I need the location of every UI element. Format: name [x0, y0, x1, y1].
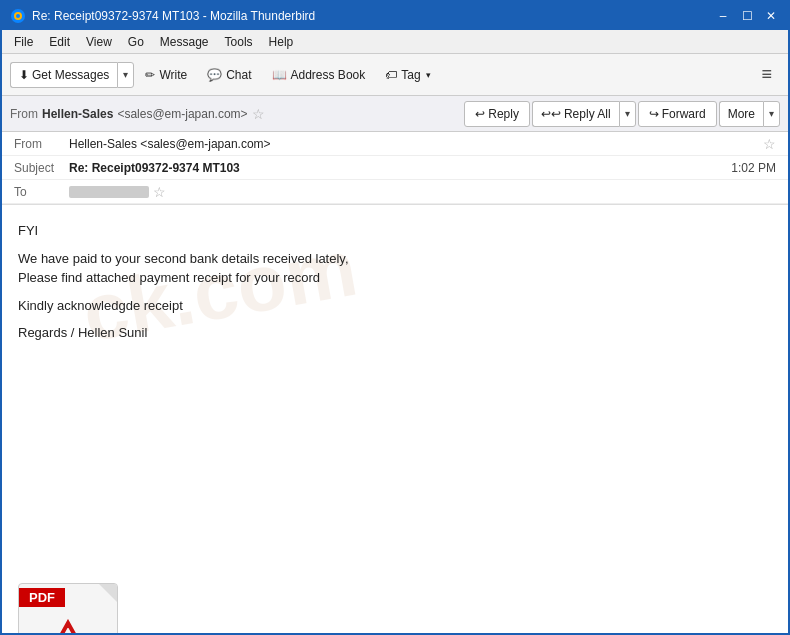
address-book-button[interactable]: 📖 Address Book — [263, 59, 375, 91]
chat-icon: 💬 — [207, 68, 222, 82]
window-controls: – ☐ ✕ — [714, 7, 780, 25]
action-bar: From Hellen-Sales <sales@em-japan.com> ☆… — [2, 96, 788, 132]
acrobat-logo-svg: R — [43, 619, 93, 635]
reply-all-button[interactable]: ↩↩ Reply All — [532, 101, 619, 127]
tag-button[interactable]: 🏷 Tag ▾ — [376, 59, 439, 91]
svg-point-2 — [16, 14, 20, 18]
tag-dropdown-icon: ▾ — [426, 70, 431, 80]
reply-all-icon: ↩↩ — [541, 107, 561, 121]
get-messages-button[interactable]: ⬇ Get Messages — [10, 62, 117, 88]
action-bar-buttons: ↩ Reply ↩↩ Reply All ▾ ↪ Forward More ▾ — [464, 101, 780, 127]
star-icon[interactable]: ☆ — [252, 106, 265, 122]
to-row: To ☆ — [2, 180, 788, 204]
tag-icon: 🏷 — [385, 68, 397, 82]
title-bar: Re: Receipt09372-9374 MT103 - Mozilla Th… — [2, 2, 788, 30]
email-time: 1:02 PM — [731, 161, 776, 175]
reply-all-group: ↩↩ Reply All ▾ — [532, 101, 636, 127]
close-button[interactable]: ✕ — [762, 7, 780, 25]
pdf-document-bg: PDF R Adobe — [18, 583, 118, 635]
body-line-1: FYI — [18, 221, 772, 241]
get-messages-dropdown[interactable]: ▾ — [117, 62, 134, 88]
to-label: To — [14, 185, 69, 199]
email-content: FYI We have paid to your second bank det… — [18, 221, 772, 343]
menu-help[interactable]: Help — [261, 33, 302, 51]
menu-message[interactable]: Message — [152, 33, 217, 51]
menu-file[interactable]: File — [6, 33, 41, 51]
email-headers: From Hellen-Sales <sales@em-japan.com> ☆… — [2, 132, 788, 205]
more-group: More ▾ — [719, 101, 780, 127]
get-messages-group: ⬇ Get Messages ▾ — [10, 62, 134, 88]
toolbar-right: ≡ — [753, 60, 780, 89]
from-row: From Hellen-Sales <sales@em-japan.com> ☆ — [2, 132, 788, 156]
menu-edit[interactable]: Edit — [41, 33, 78, 51]
menu-view[interactable]: View — [78, 33, 120, 51]
from-label: From — [14, 137, 69, 151]
write-icon: ✏ — [145, 68, 155, 82]
reply-all-dropdown[interactable]: ▾ — [619, 101, 636, 127]
app-icon — [10, 8, 26, 24]
reply-button[interactable]: ↩ Reply — [464, 101, 530, 127]
menu-bar: File Edit View Go Message Tools Help — [2, 30, 788, 54]
more-button[interactable]: More — [719, 101, 763, 127]
body-line-3: Kindly acknowledgde receipt — [18, 296, 772, 316]
minimize-button[interactable]: – — [714, 7, 732, 25]
email-body: ck.com FYI We have paid to your second b… — [2, 205, 788, 565]
subject-value: Re: Receipt09372-9374 MT103 — [69, 161, 731, 175]
menu-go[interactable]: Go — [120, 33, 152, 51]
action-bar-from: From Hellen-Sales <sales@em-japan.com> ☆ — [10, 106, 464, 122]
to-star-icon[interactable]: ☆ — [153, 184, 166, 200]
subject-label: Subject — [14, 161, 69, 175]
pdf-badge: PDF — [19, 588, 65, 607]
forward-button[interactable]: ↪ Forward — [638, 101, 717, 127]
maximize-button[interactable]: ☐ — [738, 7, 756, 25]
body-line-2: We have paid to your second bank details… — [18, 249, 772, 288]
more-dropdown[interactable]: ▾ — [763, 101, 780, 127]
address-book-icon: 📖 — [272, 68, 287, 82]
menu-tools[interactable]: Tools — [217, 33, 261, 51]
subject-row: Subject Re: Receipt09372-9374 MT103 1:02… — [2, 156, 788, 180]
toolbar: ⬇ Get Messages ▾ ✏ Write 💬 Chat 📖 Addres… — [2, 54, 788, 96]
forward-icon: ↪ — [649, 107, 659, 121]
get-messages-icon: ⬇ — [19, 68, 29, 82]
from-star-icon[interactable]: ☆ — [763, 136, 776, 152]
body-line-4: Regards / Hellen Sunil — [18, 323, 772, 343]
chat-button[interactable]: 💬 Chat — [198, 59, 260, 91]
window-title: Re: Receipt09372-9374 MT103 - Mozilla Th… — [32, 9, 315, 23]
hamburger-menu-button[interactable]: ≡ — [753, 60, 780, 89]
to-value-blurred — [69, 186, 149, 198]
attachment-area: PDF R Adobe MT103 receipt Attachment | 0… — [2, 565, 788, 635]
action-from-label: From — [10, 107, 38, 121]
write-button[interactable]: ✏ Write — [136, 59, 196, 91]
action-from-name: Hellen-Sales — [42, 107, 113, 121]
reply-icon: ↩ — [475, 107, 485, 121]
get-messages-label: Get Messages — [32, 68, 109, 82]
from-value: Hellen-Sales <sales@em-japan.com> — [69, 137, 759, 151]
action-from-email: <sales@em-japan.com> — [117, 107, 247, 121]
pdf-attachment-icon[interactable]: PDF R Adobe — [18, 573, 128, 635]
pdf-document-fold — [99, 584, 117, 602]
